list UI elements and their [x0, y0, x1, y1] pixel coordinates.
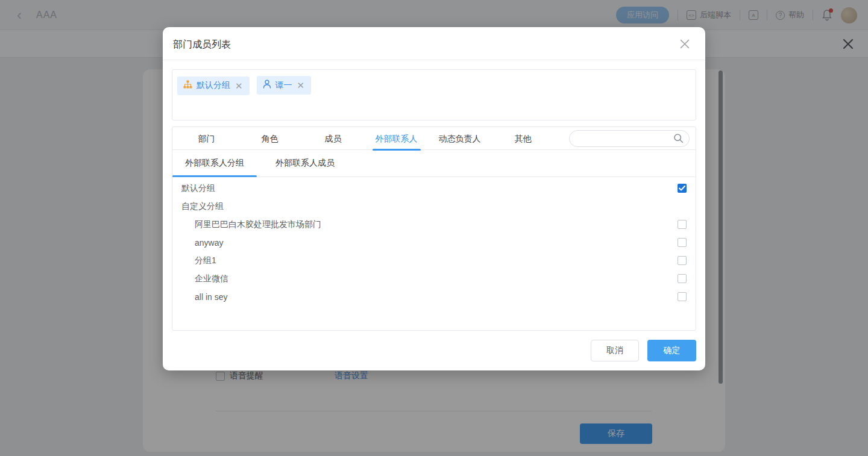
checkbox-unchecked[interactable] — [678, 238, 687, 247]
tab-外部联系人[interactable]: 外部联系人 — [365, 127, 428, 150]
picker-tabs: 部门角色成员外部联系人动态负责人其他 — [172, 127, 696, 150]
person-icon — [263, 80, 271, 89]
tag-remove-icon[interactable]: ✕ — [297, 81, 306, 90]
picker-subtabs: 外部联系人分组外部联系人成员 — [172, 150, 696, 177]
tab-成员[interactable]: 成员 — [301, 127, 365, 150]
list-item-label: 默认分组 — [172, 183, 215, 194]
cancel-button[interactable]: 取消 — [591, 340, 639, 361]
list-item-label: 阿里巴巴白木胶处理批发市场部门 — [172, 219, 321, 230]
tab-动态负责人[interactable]: 动态负责人 — [428, 127, 491, 150]
subtab-外部联系人分组[interactable]: 外部联系人分组 — [172, 150, 257, 176]
search-input[interactable] — [569, 130, 690, 147]
list-item[interactable]: all in sey — [172, 288, 696, 306]
selected-tags-area: 默认分组✕谭一✕ — [172, 69, 696, 120]
tag-label: 谭一 — [275, 80, 292, 91]
checkbox-unchecked[interactable] — [678, 220, 687, 229]
list-item-label: 分组1 — [172, 255, 216, 266]
search-icon[interactable] — [673, 133, 684, 143]
checkbox-unchecked[interactable] — [678, 274, 687, 283]
checkbox-unchecked[interactable] — [678, 256, 687, 265]
dialog-header: 部门成员列表 — [163, 27, 705, 60]
list-item[interactable]: anyway — [172, 234, 696, 252]
checkbox-unchecked[interactable] — [678, 292, 687, 301]
dialog-title: 部门成员列表 — [173, 39, 231, 51]
tab-部门[interactable]: 部门 — [175, 127, 238, 150]
list-item-label: 企业微信 — [172, 273, 228, 284]
tag-remove-icon[interactable]: ✕ — [234, 81, 244, 90]
tab-角色[interactable]: 角色 — [238, 127, 301, 150]
list-item[interactable]: 自定义分组 — [172, 198, 696, 216]
checkbox-checked[interactable] — [678, 184, 687, 193]
org-icon — [183, 80, 192, 89]
tab-其他[interactable]: 其他 — [491, 127, 555, 150]
subtab-外部联系人成员[interactable]: 外部联系人成员 — [263, 150, 347, 176]
org-icon — [183, 80, 192, 91]
list-item-label: anyway — [172, 238, 223, 248]
list-item[interactable]: 默认分组 — [172, 180, 696, 198]
group-list: 默认分组自定义分组阿里巴巴白木胶处理批发市场部门anyway分组1企业微信all… — [172, 177, 696, 306]
tag-label: 默认分组 — [197, 80, 230, 91]
list-item[interactable]: 企业微信 — [172, 270, 696, 288]
list-item-label: 自定义分组 — [172, 201, 224, 212]
screen: ‹ AAA 应用访问 <> 后端脚本 A ? 帮助 — [0, 0, 868, 456]
department-member-dialog: 部门成员列表 默认分组✕谭一✕ 部门角色成员外部联系人动态负责人其他 外部联系人… — [163, 27, 705, 370]
check-icon — [679, 186, 685, 191]
dialog-close-icon[interactable] — [679, 38, 691, 50]
list-item[interactable]: 分组1 — [172, 252, 696, 270]
person-icon — [263, 80, 271, 91]
list-item[interactable]: 阿里巴巴白木胶处理批发市场部门 — [172, 216, 696, 234]
selected-tag: 谭一✕ — [257, 76, 312, 95]
selected-tag: 默认分组✕ — [177, 77, 250, 95]
list-item-label: all in sey — [172, 292, 227, 302]
confirm-button[interactable]: 确定 — [647, 340, 696, 361]
member-picker: 部门角色成员外部联系人动态负责人其他 外部联系人分组外部联系人成员 默认分组自定… — [172, 126, 696, 331]
search-field — [569, 130, 690, 147]
